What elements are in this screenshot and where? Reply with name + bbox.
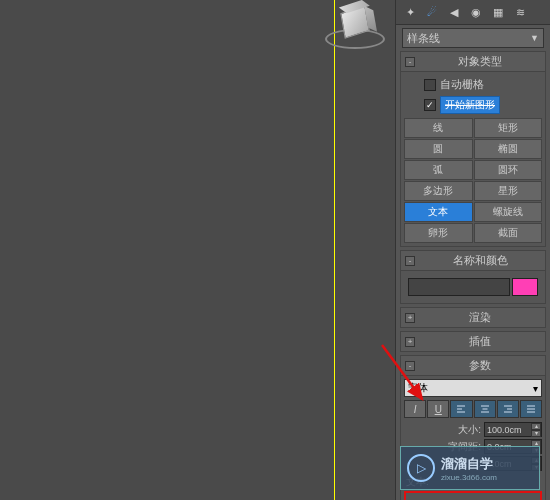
chevron-down-icon: ▼ (530, 33, 539, 43)
font-name: 宋体 (408, 381, 428, 395)
size-spinner[interactable]: ▴▾ (484, 422, 542, 437)
play-icon: ▷ (407, 454, 435, 482)
watermark: ▷ 溜溜自学 zixue.3d66.com (400, 446, 540, 490)
font-dropdown[interactable]: 宋体 ▾ (404, 379, 542, 397)
interp-rollout-head[interactable]: + 插值 (400, 331, 546, 352)
category-label: 样条线 (407, 31, 440, 46)
render-rollout-head[interactable]: + 渲染 (400, 307, 546, 328)
object-type-title: 对象类型 (419, 54, 541, 69)
create-tab-icon[interactable]: ✦ (402, 4, 418, 20)
object-name-input[interactable] (408, 278, 510, 296)
underline-button[interactable]: U (427, 400, 449, 418)
startnew-checkbox[interactable]: ✓ (424, 99, 436, 111)
chevron-down-icon: ▾ (533, 383, 538, 394)
minus-icon: - (405, 256, 415, 266)
format-row: I U (404, 400, 542, 421)
shape-helix[interactable]: 螺旋线 (474, 202, 543, 222)
shape-text[interactable]: 文本 (404, 202, 473, 222)
align-center-button[interactable] (474, 400, 496, 418)
name-color-rollout-head[interactable]: - 名称和颜色 (400, 250, 546, 271)
params-title: 参数 (419, 358, 541, 373)
shape-rect[interactable]: 矩形 (474, 118, 543, 138)
shape-donut[interactable]: 圆环 (474, 160, 543, 180)
minus-icon: - (405, 361, 415, 371)
axis-line (334, 0, 335, 500)
startnew-button[interactable]: 开始新图形 (440, 96, 500, 114)
shape-egg[interactable]: 卵形 (404, 223, 473, 243)
viewport[interactable] (0, 0, 395, 500)
name-color-body (400, 271, 546, 304)
watermark-url: zixue.3d66.com (441, 473, 497, 482)
modify-tab-icon[interactable]: ☄ (424, 4, 440, 20)
motion-tab-icon[interactable]: ◉ (468, 4, 484, 20)
spin-down-icon[interactable]: ▾ (531, 430, 541, 437)
command-panel: ✦ ☄ ◀ ◉ ▦ ≋ 样条线 ▼ - 对象类型 自动栅格 ✓ 开始新图形 线 … (395, 0, 550, 500)
render-title: 渲染 (419, 310, 541, 325)
align-right-button[interactable] (497, 400, 519, 418)
object-type-body: 自动栅格 ✓ 开始新图形 线 矩形 圆 椭圆 弧 圆环 多边形 星形 文本 螺旋… (400, 72, 546, 247)
interp-title: 插值 (419, 334, 541, 349)
shape-circle[interactable]: 圆 (404, 139, 473, 159)
utilities-tab-icon[interactable]: ≋ (512, 4, 528, 20)
highlight-annotation (404, 491, 542, 500)
align-justify-button[interactable] (520, 400, 542, 418)
autogrid-label: 自动栅格 (440, 77, 484, 92)
minus-icon: - (405, 57, 415, 67)
display-tab-icon[interactable]: ▦ (490, 4, 506, 20)
object-type-rollout-head[interactable]: - 对象类型 (400, 51, 546, 72)
shape-arc[interactable]: 弧 (404, 160, 473, 180)
name-color-title: 名称和颜色 (419, 253, 541, 268)
shape-buttons-grid: 线 矩形 圆 椭圆 弧 圆环 多边形 星形 文本 螺旋线 卵形 截面 (404, 118, 542, 243)
color-swatch[interactable] (512, 278, 538, 296)
hierarchy-tab-icon[interactable]: ◀ (446, 4, 462, 20)
autogrid-checkbox[interactable] (424, 79, 436, 91)
shape-ngon[interactable]: 多边形 (404, 181, 473, 201)
shape-ellipse[interactable]: 椭圆 (474, 139, 543, 159)
size-input[interactable] (485, 425, 531, 435)
viewcube[interactable] (325, 5, 385, 55)
spin-up-icon[interactable]: ▴ (531, 423, 541, 430)
panel-tabs: ✦ ☄ ◀ ◉ ▦ ≋ (396, 0, 550, 25)
italic-button[interactable]: I (404, 400, 426, 418)
size-label: 大小: (404, 423, 481, 437)
watermark-title: 溜溜自学 (441, 455, 497, 473)
plus-icon: + (405, 337, 415, 347)
plus-icon: + (405, 313, 415, 323)
params-rollout-head[interactable]: - 参数 (400, 355, 546, 376)
category-dropdown[interactable]: 样条线 ▼ (402, 28, 544, 48)
shape-section[interactable]: 截面 (474, 223, 543, 243)
align-left-button[interactable] (450, 400, 472, 418)
shape-star[interactable]: 星形 (474, 181, 543, 201)
shape-line[interactable]: 线 (404, 118, 473, 138)
